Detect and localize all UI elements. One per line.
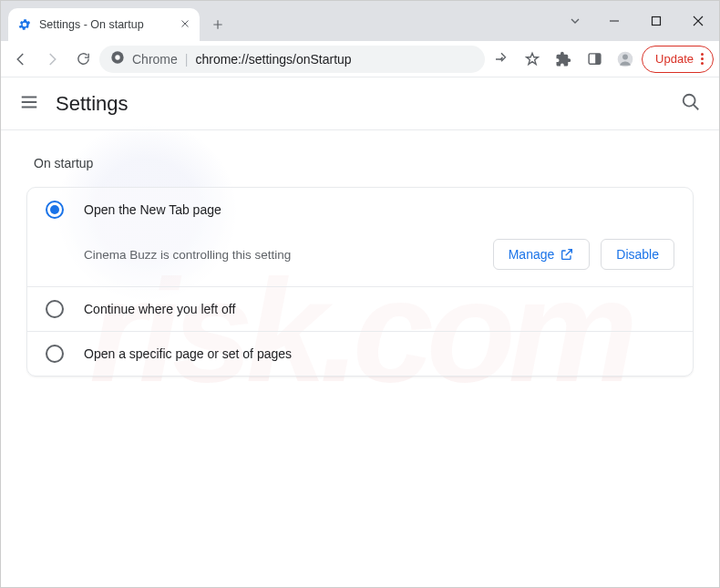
disable-button-label: Disable <box>616 247 659 262</box>
minimize-button[interactable] <box>593 3 635 39</box>
browser-tab[interactable]: Settings - On startup <box>8 8 200 41</box>
controlled-by-extension-row: Cinema Buzz is controlling this setting … <box>27 232 693 286</box>
settings-content: On startup Open the New Tab page Cinema … <box>1 130 719 402</box>
omnibox-url: chrome://settings/onStartup <box>195 52 351 67</box>
kebab-menu-icon <box>701 53 704 65</box>
back-button[interactable] <box>6 45 36 74</box>
radio-icon <box>46 201 64 219</box>
maximize-button[interactable] <box>635 3 677 39</box>
address-bar[interactable]: Chrome | chrome://settings/onStartup <box>99 46 485 73</box>
chrome-logo-icon <box>110 50 125 67</box>
startup-card: Open the New Tab page Cinema Buzz is con… <box>26 187 694 377</box>
open-external-icon <box>560 247 574 262</box>
svg-point-7 <box>684 94 695 106</box>
omnibox-divider: | <box>185 52 189 67</box>
update-button[interactable]: Update <box>642 46 714 73</box>
extensions-puzzle-icon[interactable] <box>549 45 578 74</box>
radio-option-continue[interactable]: Continue where you left off <box>27 287 693 331</box>
svg-point-2 <box>115 55 119 59</box>
search-icon[interactable] <box>681 92 701 116</box>
section-title: On startup <box>34 156 694 170</box>
close-tab-icon[interactable] <box>180 17 190 32</box>
radio-label: Open the New Tab page <box>84 202 221 217</box>
radio-option-new-tab[interactable]: Open the New Tab page <box>27 188 693 232</box>
update-button-label: Update <box>655 52 694 66</box>
radio-icon <box>46 300 64 318</box>
controlled-message: Cinema Buzz is controlling this setting <box>84 248 482 262</box>
radio-label: Continue where you left off <box>84 302 235 316</box>
gear-icon <box>17 17 32 32</box>
new-tab-button[interactable] <box>205 12 231 37</box>
svg-point-6 <box>622 54 628 59</box>
radio-label: Open a specific page or set of pages <box>84 346 292 361</box>
disable-button[interactable]: Disable <box>601 239 674 270</box>
browser-toolbar: Chrome | chrome://settings/onStartup Upd… <box>1 41 719 77</box>
svg-rect-4 <box>595 54 601 64</box>
manage-button-label: Manage <box>509 247 555 262</box>
page-title: Settings <box>56 92 129 116</box>
forward-button[interactable] <box>37 45 67 74</box>
share-icon[interactable] <box>487 45 516 74</box>
window-titlebar: Settings - On startup <box>1 1 719 41</box>
sidepanel-icon[interactable] <box>580 45 609 74</box>
bookmark-star-icon[interactable] <box>518 45 547 74</box>
tab-title: Settings - On startup <box>39 18 144 31</box>
close-window-button[interactable] <box>677 3 719 39</box>
settings-header: Settings <box>1 77 719 130</box>
radio-option-specific-pages[interactable]: Open a specific page or set of pages <box>27 332 693 376</box>
window-controls <box>557 1 719 41</box>
reload-button[interactable] <box>68 45 98 74</box>
manage-button[interactable]: Manage <box>493 239 591 270</box>
svg-rect-0 <box>653 17 661 26</box>
chevron-down-icon[interactable] <box>557 14 593 28</box>
profile-avatar-icon[interactable] <box>611 45 640 74</box>
omnibox-security-label: Chrome <box>132 52 178 67</box>
hamburger-menu-icon[interactable] <box>19 92 39 116</box>
radio-icon <box>46 345 64 363</box>
